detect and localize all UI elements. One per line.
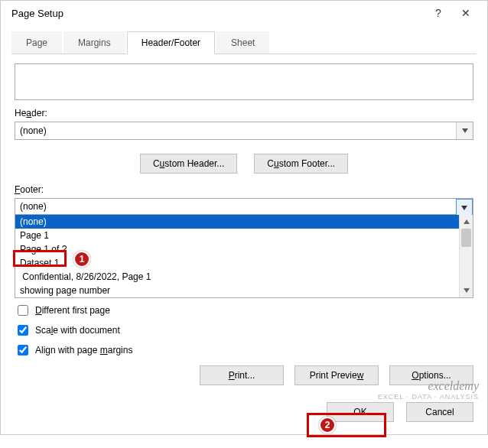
- footer-options-list: (none) Page 1 Page 1 of ? Dataset 1 Conf…: [15, 215, 473, 298]
- align-with-margins-label: Align with page margins: [35, 345, 132, 355]
- dialog-title: Page Setup: [11, 8, 425, 19]
- list-item[interactable]: Confidential, 8/26/2022, Page 1: [15, 270, 473, 284]
- align-with-margins-checkbox[interactable]: [18, 345, 28, 355]
- align-with-margins-row: Align with page margins: [15, 342, 473, 358]
- tab-strip: Page Margins Header/Footer Sheet: [11, 31, 477, 54]
- list-item[interactable]: showing page number: [15, 284, 473, 297]
- list-item[interactable]: Dataset 1: [15, 256, 473, 270]
- custom-footer-button[interactable]: Custom Footer...: [254, 154, 348, 174]
- scale-with-document-row: Scale with document: [15, 323, 473, 338]
- footer-list-scrollbar[interactable]: [459, 215, 473, 297]
- cancel-button[interactable]: Cancel: [406, 402, 473, 422]
- footer-combo[interactable]: (none): [15, 198, 473, 215]
- chevron-down-icon: [462, 128, 468, 133]
- print-preview-button[interactable]: Print Preview: [294, 365, 379, 385]
- header-preview: [15, 63, 473, 100]
- header-combo[interactable]: (none): [15, 122, 473, 140]
- different-first-page-row: Different first page: [15, 303, 473, 318]
- header-label: Header:: [15, 108, 473, 118]
- different-first-page-label: Different first page: [35, 305, 110, 316]
- header-combo-arrow[interactable]: [456, 122, 473, 139]
- close-button[interactable]: ✕: [452, 7, 480, 19]
- dialog-footer: OK Cancel: [1, 394, 487, 434]
- chevron-up-icon: [464, 219, 470, 224]
- chevron-down-icon: [461, 206, 467, 210]
- tab-margins[interactable]: Margins: [63, 31, 125, 54]
- list-item[interactable]: Page 1 of ?: [15, 242, 473, 256]
- tab-sheet[interactable]: Sheet: [216, 31, 269, 54]
- scroll-thumb[interactable]: [461, 229, 471, 247]
- custom-header-button[interactable]: Custom Header...: [140, 154, 237, 174]
- scroll-up-button[interactable]: [460, 215, 473, 229]
- tab-header-footer[interactable]: Header/Footer: [127, 31, 215, 54]
- scale-with-document-label: Scale with document: [35, 325, 120, 336]
- footer-label: Footer:: [15, 184, 473, 195]
- scale-with-document-checkbox[interactable]: [18, 325, 28, 336]
- ok-button[interactable]: OK: [327, 402, 394, 422]
- list-item[interactable]: (none): [15, 215, 473, 229]
- header-value: (none): [15, 125, 456, 136]
- title-bar: Page Setup ? ✕: [1, 1, 487, 25]
- custom-buttons-row: Custom Header... Custom Footer...: [15, 154, 473, 174]
- print-button[interactable]: Print...: [200, 365, 284, 385]
- footer-value: (none): [15, 199, 473, 214]
- help-button[interactable]: ?: [425, 7, 452, 19]
- list-item[interactable]: Page 1: [15, 229, 473, 242]
- different-first-page-checkbox[interactable]: [18, 305, 28, 316]
- page-setup-dialog: Page Setup ? ✕ Page Margins Header/Foote…: [0, 0, 488, 435]
- tab-content: Header: (none) Custom Header... Custom F…: [1, 54, 487, 394]
- chevron-down-icon: [464, 288, 470, 293]
- options-button[interactable]: Options...: [389, 365, 473, 385]
- scroll-down-button[interactable]: [460, 284, 473, 297]
- tab-page[interactable]: Page: [11, 31, 62, 54]
- print-buttons-row: Print... Print Preview Options...: [15, 365, 473, 385]
